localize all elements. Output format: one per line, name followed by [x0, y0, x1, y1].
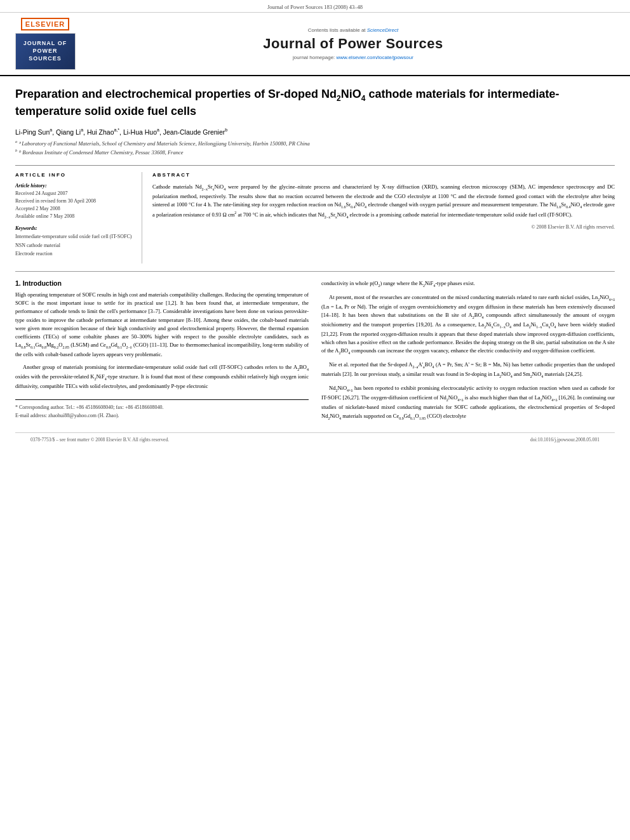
section1-heading: Introduction: [23, 279, 62, 287]
keywords-heading: Keywords:: [15, 225, 134, 231]
footnote-email: E-mail address: zhaohui88@yahoo.com (H. …: [15, 412, 309, 420]
available-date: Available online 7 May 2008: [15, 213, 134, 220]
contents-prefix: Contents lists available at: [308, 27, 367, 33]
contents-line: Contents lists available at ScienceDirec…: [308, 27, 398, 33]
bottom-bar: 0378-7753/$ – see front matter © 2008 El…: [15, 432, 615, 446]
article-info-heading: ARTICLE INFO: [15, 172, 134, 178]
received-date: Received 24 August 2007: [15, 190, 134, 197]
logo-text-3: SOURCES: [29, 55, 62, 63]
body-para-2: Another group of materials promising for…: [15, 363, 309, 390]
logo-text-1: JOURNAL OF: [23, 40, 67, 48]
body-two-col: 1. Introduction High operating temperatu…: [15, 279, 615, 426]
affiliations: a ᵃ Laboratory of Functional Materials, …: [15, 139, 615, 156]
journal-title: Journal of Power Sources: [263, 36, 443, 52]
body-para-5: Nie et al. reported that the Sr-doped A2…: [321, 361, 615, 380]
footnote-corresponding: * Corresponding author. Tel.: +86 451866…: [15, 404, 309, 412]
logo-text-2: POWER: [32, 48, 57, 55]
footnotes-area: * Corresponding author. Tel.: +86 451866…: [15, 399, 309, 420]
journal-homepage: journal homepage: www.elsevier.com/locat…: [293, 55, 413, 60]
accepted-date: Accepted 2 May 2008: [15, 205, 134, 213]
section1-title: 1. Introduction: [15, 279, 309, 287]
journal-header-center: Contents lists available at ScienceDirec…: [86, 18, 620, 70]
journal-header: ELSEVIER JOURNAL OF POWER SOURCES Conten…: [0, 13, 630, 76]
abstract-heading: ABSTRACT: [152, 172, 615, 178]
homepage-url[interactable]: www.elsevier.com/locate/jpowsour: [337, 55, 413, 60]
page: Journal of Power Sources 183 (2008) 43–4…: [0, 0, 630, 840]
abstract-col: ABSTRACT Cathode materials Nd2−xSrxNiO4 …: [152, 172, 615, 263]
body-para-1: High operating temperature of SOFC resul…: [15, 291, 309, 359]
keyword-1: Intermediate-temperature solid oxide fue…: [15, 232, 134, 241]
homepage-prefix: journal homepage:: [293, 55, 337, 60]
journal-header-left: ELSEVIER JOURNAL OF POWER SOURCES: [10, 18, 80, 70]
sciencedirect-link[interactable]: ScienceDirect: [367, 27, 398, 33]
article-info-col: ARTICLE INFO Article history: Received 2…: [15, 172, 142, 263]
journal-citation: Journal of Power Sources 183 (2008) 43–4…: [267, 4, 363, 10]
body-col-right: conductivity in whole p(O2) range where …: [321, 279, 615, 426]
section-divider: [15, 271, 615, 272]
keywords-block: Keywords: Intermediate-temperature solid…: [15, 225, 134, 258]
keyword-3: Electrode reaction: [15, 250, 134, 258]
copyright-line: © 2008 Elsevier B.V. All rights reserved…: [152, 224, 615, 230]
keyword-2: NSN cathode material: [15, 241, 134, 250]
elsevier-logo: ELSEVIER: [21, 18, 69, 30]
received-revised-date: Received in revised form 30 April 2008: [15, 197, 134, 205]
article-title: Preparation and electrochemical properti…: [15, 86, 615, 120]
body-para-3: conductivity in whole p(O2) range where …: [321, 279, 615, 289]
article-history-block: Article history: Received 24 August 2007…: [15, 183, 134, 220]
body-para-4: At present, most of the researches are c…: [321, 293, 615, 356]
body-col-left: 1. Introduction High operating temperatu…: [15, 279, 309, 426]
article-history-heading: Article history:: [15, 183, 134, 189]
doi-line: doi:10.1016/j.jpowsour.2008.05.001: [530, 437, 600, 443]
section1-number: 1.: [15, 279, 21, 287]
journal-bar: Journal of Power Sources 183 (2008) 43–4…: [0, 0, 630, 13]
main-content: Preparation and electrochemical properti…: [0, 76, 630, 457]
authors: Li-Ping Suna, Qiang Lia, Hui Zhaoa,*, Li…: [15, 128, 615, 136]
affiliation-a: ᵃ Laboratory of Functional Materials, Sc…: [18, 140, 310, 147]
body-para-6: Nd2NiO4+δ has been reported to exhibit p…: [321, 384, 615, 421]
journal-logo-image: JOURNAL OF POWER SOURCES: [15, 33, 76, 70]
journal-logo-inner: JOURNAL OF POWER SOURCES: [16, 34, 75, 69]
issn-line: 0378-7753/$ – see front matter © 2008 El…: [30, 437, 169, 443]
abstract-text: Cathode materials Nd2−xSrxNiO4 were prep…: [152, 183, 615, 220]
affiliation-b: ᵇ Bordeaux Institute of Condensed Matter…: [18, 149, 183, 155]
article-info-abstract: ARTICLE INFO Article history: Received 2…: [15, 165, 615, 263]
keywords-list: Intermediate-temperature solid oxide fue…: [15, 232, 134, 258]
